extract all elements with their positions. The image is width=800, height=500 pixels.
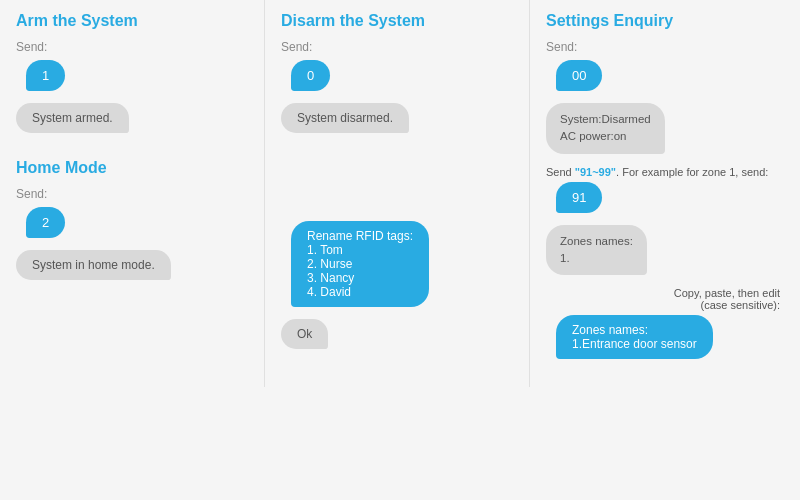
settings-in2-row: Zones names: 1. (546, 225, 784, 282)
rfid-section: Rename RFID tags: 1. Tom 2. Nurse 3. Nan… (281, 221, 513, 357)
disarm-section: Disarm the System Send: 0 System disarme… (281, 12, 513, 141)
rfid-out-row: Rename RFID tags: 1. Tom 2. Nurse 3. Nan… (281, 221, 513, 315)
home-out-row: 2 (16, 207, 248, 246)
disarm-title: Disarm the System (281, 12, 513, 30)
home-send-label: Send: (16, 187, 248, 201)
settings-out1-row: 00 (546, 60, 784, 99)
arm-title: Arm the System (16, 12, 248, 30)
arm-home-column: Arm the System Send: 1 System armed. Hom… (0, 0, 265, 387)
rfid-out-bubble: Rename RFID tags: 1. Tom 2. Nurse 3. Nan… (291, 221, 429, 307)
settings-status-line1: System:Disarmed (560, 113, 651, 125)
arm-out-bubble: 1 (26, 60, 65, 91)
settings-send-label: Send: (546, 40, 784, 54)
arm-in-row: System armed. (16, 103, 248, 141)
settings-status-line2: AC power:on (560, 130, 626, 142)
home-in-row: System in home mode. (16, 250, 248, 288)
home-section: Home Mode Send: 2 System in home mode. (16, 159, 248, 288)
disarm-send-label: Send: (281, 40, 513, 54)
disarm-out-bubble: 0 (291, 60, 330, 91)
rfid-ok-row: Ok (281, 319, 513, 357)
settings-out2-row: 91 (546, 182, 784, 221)
arm-send-label: Send: (16, 40, 248, 54)
settings-out3-row: Zones names: 1.Entrance door sensor (546, 315, 784, 367)
settings-out2-bubble: 91 (556, 182, 602, 213)
arm-in-bubble: System armed. (16, 103, 129, 133)
settings-out3-bubble: Zones names: 1.Entrance door sensor (556, 315, 713, 359)
home-title: Home Mode (16, 159, 248, 177)
settings-in1-row: System:Disarmed AC power:on (546, 103, 784, 160)
settings-in2-bubble: Zones names: 1. (546, 225, 647, 276)
home-in-bubble: System in home mode. (16, 250, 171, 280)
home-out-bubble: 2 (26, 207, 65, 238)
rfid-ok-bubble: Ok (281, 319, 328, 349)
disarm-in-bubble: System disarmed. (281, 103, 409, 133)
settings-out1-bubble: 00 (556, 60, 602, 91)
disarm-out-row: 0 (281, 60, 513, 99)
settings-note1: Send "91~99". For example for zone 1, se… (546, 166, 784, 178)
settings-column: Settings Enquiry Send: 00 System:Disarme… (530, 0, 800, 387)
disarm-in-row: System disarmed. (281, 103, 513, 141)
disarm-column: Disarm the System Send: 0 System disarme… (265, 0, 530, 387)
settings-in1-bubble: System:Disarmed AC power:on (546, 103, 665, 154)
arm-out-row: 1 (16, 60, 248, 99)
settings-note2: Copy, paste, then edit(case sensitive): (546, 287, 784, 311)
settings-title: Settings Enquiry (546, 12, 784, 30)
arm-section: Arm the System Send: 1 System armed. (16, 12, 248, 141)
